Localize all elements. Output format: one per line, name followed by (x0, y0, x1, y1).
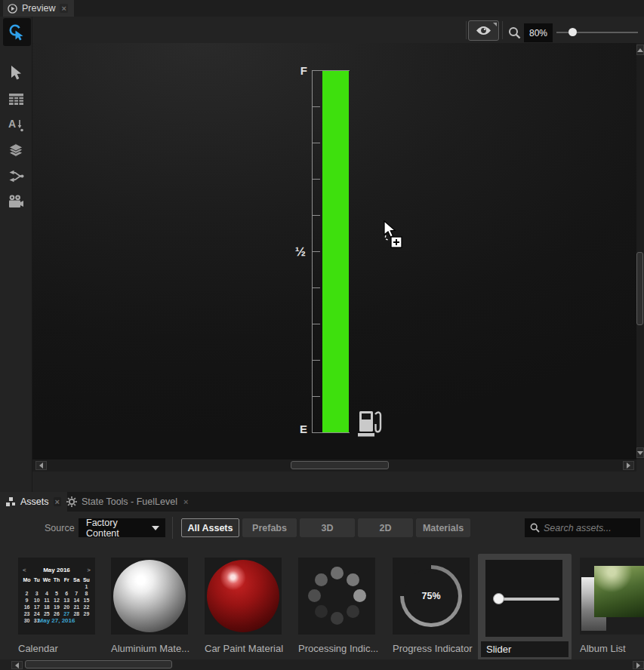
controls-divider (172, 517, 173, 539)
svg-text:A: A (8, 118, 16, 130)
asset-label: Calendar (18, 643, 58, 656)
fuel-level-bar (322, 71, 349, 432)
slider-track (498, 598, 559, 601)
zoom-magnifier-icon (508, 26, 521, 39)
bottom-tabbar: Assets × State Tools - FuelLevel × (0, 492, 644, 512)
spinner-dot (331, 567, 344, 579)
gauge-empty-label: E (289, 423, 307, 435)
filter-all-assets[interactable]: All Assets (181, 518, 239, 537)
progress-ring: 75% (400, 565, 462, 627)
scroll-down-button[interactable] (636, 447, 644, 458)
scroll-right-button[interactable] (623, 461, 634, 470)
toolbar-divider (502, 21, 503, 39)
preview-toolbar: A (0, 17, 32, 492)
tab-state-tools[interactable]: State Tools - FuelLevel × (60, 492, 196, 512)
gauge-half-label: ½ (288, 244, 306, 260)
calendar-selected-date: May 27, 2016 (18, 617, 95, 624)
asset-calendar-thumbnail[interactable]: < May 2016 > MoTuWeThFrSaSu1234567891011… (18, 558, 95, 635)
text-tool-button[interactable]: A (0, 112, 32, 137)
drag-copy-cursor (381, 220, 405, 250)
search-input[interactable] (544, 523, 635, 533)
zoom-slider[interactable] (556, 23, 639, 42)
gear-icon (66, 496, 77, 507)
progress-value: 75% (404, 569, 458, 623)
source-dropdown[interactable]: Factory Content (79, 518, 165, 537)
asset-label: Progress Indicator (393, 643, 473, 656)
close-icon[interactable]: × (182, 497, 190, 506)
slider-handle (493, 593, 504, 604)
tab-label: Assets (20, 496, 49, 507)
scroll-thumb[interactable] (636, 252, 643, 325)
scroll-up-button[interactable] (636, 45, 644, 55)
asset-album-list-thumbnail[interactable] (580, 558, 644, 635)
assets-panel: Assets × State Tools - FuelLevel × So (0, 492, 644, 670)
video-camera-icon (8, 195, 23, 208)
table-icon (9, 94, 23, 105)
spinner-dot (308, 589, 321, 602)
table-tool-button[interactable] (0, 86, 32, 112)
asset-aluminium-thumbnail[interactable] (111, 558, 188, 635)
scroll-thumb[interactable] (291, 461, 389, 469)
scroll-left-button[interactable] (11, 661, 23, 669)
calendar-next-icon: > (87, 567, 91, 573)
assets-icon (6, 497, 16, 506)
select-tool-button[interactable] (0, 60, 32, 86)
asset-progress-indicator-thumbnail[interactable]: 75% (393, 558, 470, 635)
toolbar-divider (466, 21, 467, 39)
interact-tool-button[interactable] (3, 18, 31, 46)
asset-processing-indicator-thumbnail[interactable] (298, 558, 375, 635)
asset-slider-selected[interactable]: Slider (478, 554, 572, 660)
preview-canvas[interactable]: F ½ E (32, 43, 636, 459)
canvas-vertical-scrollbar[interactable] (636, 43, 644, 459)
tab-preview[interactable]: Preview × (3, 0, 74, 17)
branch-arrows-icon (8, 170, 24, 183)
asset-label: Car Paint Material (205, 643, 283, 656)
spinner-dot (347, 605, 359, 618)
close-icon[interactable]: × (60, 4, 67, 13)
connections-tool-button[interactable] (0, 163, 32, 189)
spinner-dot (331, 612, 344, 625)
fuel-pump-icon (358, 410, 383, 438)
layers-tool-button[interactable] (0, 137, 32, 163)
scroll-right-button[interactable] (633, 661, 644, 669)
camera-tool-button[interactable] (0, 189, 32, 214)
tab-assets[interactable]: Assets × (0, 492, 67, 512)
gauge-full-label: F (289, 64, 307, 77)
scroll-thumb[interactable] (25, 660, 172, 668)
tab-label: State Tools - FuelLevel (82, 496, 177, 507)
filter-materials[interactable]: Materials (416, 518, 470, 537)
calendar-month-label: May 2016 (43, 567, 70, 573)
visibility-button[interactable] (468, 20, 499, 41)
asset-label: Album List (580, 643, 626, 656)
album-photo (594, 566, 644, 617)
search-assets-box[interactable] (525, 518, 640, 537)
spinner-dot (315, 605, 328, 618)
preview-tabbar: Preview × (0, 0, 644, 17)
asset-label: Slider (481, 641, 569, 657)
zoom-slider-handle[interactable] (569, 28, 577, 36)
search-icon (530, 523, 540, 533)
zoom-level-field[interactable]: 80% (524, 23, 553, 42)
spinner-dot (315, 573, 328, 586)
asset-label: Processing Indic... (298, 643, 378, 656)
preview-tab-label: Preview (22, 3, 55, 14)
calendar-nav: < May 2016 > (23, 567, 91, 573)
filter-3d[interactable]: 3D (300, 518, 355, 537)
filter-2d[interactable]: 2D (358, 518, 413, 537)
red-sphere (207, 560, 279, 632)
cursor-icon (10, 66, 23, 81)
scroll-left-button[interactable] (35, 461, 47, 470)
interact-cursor-icon (8, 23, 26, 41)
gauge-bottom-cap (312, 432, 350, 433)
preview-workspace: A (0, 17, 644, 492)
spinner-dot (347, 573, 359, 586)
chevron-down-icon (152, 526, 159, 530)
assets-horizontal-scrollbar[interactable] (0, 659, 644, 670)
text-icon: A (8, 117, 23, 132)
source-label: Source (45, 523, 75, 533)
canvas-horizontal-scrollbar[interactable] (32, 459, 636, 472)
asset-car-paint-thumbnail[interactable] (205, 558, 282, 635)
application-window: Preview × (0, 0, 644, 670)
layers-icon (8, 143, 23, 158)
filter-prefabs[interactable]: Prefabs (242, 518, 297, 537)
